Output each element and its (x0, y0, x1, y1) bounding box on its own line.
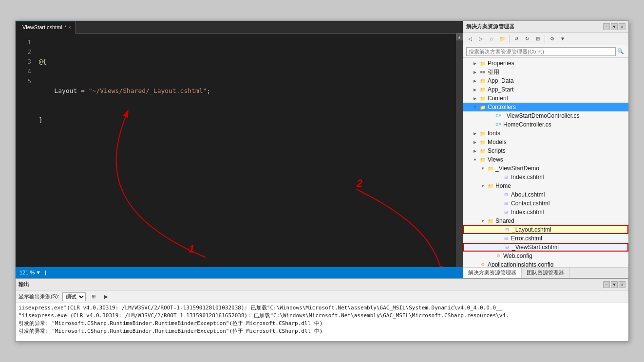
pin-btn[interactable]: − (603, 23, 610, 30)
tree-item-home-folder[interactable]: ▼ 📁 Home (463, 181, 628, 190)
search-box: 🔍 (463, 45, 628, 58)
panel-controls: − ▼ × (603, 23, 625, 30)
expand-fonts[interactable]: ▶ (471, 129, 479, 137)
float-btn[interactable]: ▼ (611, 23, 618, 30)
fonts-icon: 📁 (479, 129, 487, 137)
output-close-btn[interactable]: × (619, 281, 625, 288)
code-content[interactable]: @{ Layout = "~/Views/Shared/_Layout.csht… (35, 34, 456, 267)
expand-viewstartdemo[interactable]: ▼ (479, 164, 487, 172)
expand-home-folder[interactable]: ▼ (479, 182, 487, 190)
tree-item-home-ctrl[interactable]: C# HomeController.cs (463, 120, 628, 129)
output-pin-btn[interactable]: − (603, 281, 610, 288)
tree-item-views[interactable]: ▼ 📁 Views (463, 155, 628, 164)
shared-label: Shared (495, 217, 628, 224)
tree-item-controllers[interactable]: ▼ 📁 Controllers (463, 103, 628, 111)
models-icon: 📁 (479, 138, 487, 146)
tab-close-btn[interactable]: × (68, 25, 71, 30)
tree-item-properties[interactable]: ▶ 📁 Properties (463, 59, 628, 68)
tree-item-appinsights[interactable]: ⚙ ApplicationInsights.config (463, 260, 628, 267)
filter-btn[interactable]: ⊞ (533, 34, 543, 44)
tree-item-app-start[interactable]: ▶ 📁 App_Start (463, 85, 628, 94)
tree-item-error[interactable]: ⊞ Error.cshtml (463, 234, 628, 243)
error-label: Error.cshtml (511, 235, 628, 242)
close-panel-btn[interactable]: × (619, 23, 625, 30)
tree-item-references[interactable]: ▶ ■■ 引用 (463, 68, 628, 76)
tree-item-about[interactable]: ⊞ About.cshtml (463, 190, 628, 199)
zoom-value: 121 % (19, 270, 35, 275)
tree-item-index-home[interactable]: ⊞ Index.cshtml (463, 208, 628, 217)
output-title-bar: 输出 − ▼ × (16, 279, 628, 290)
app-data-label: App_Data (488, 77, 628, 84)
references-label: 引用 (488, 68, 628, 76)
tab-solution-explorer[interactable]: 解决方案资源管理器 (463, 268, 522, 278)
search-input[interactable] (466, 47, 616, 56)
tree-view[interactable]: ▶ 📁 Properties ▶ ■■ 引用 ▶ 📁 App_Data (463, 58, 628, 267)
appinsights-label: ApplicationInsights.config (488, 261, 628, 267)
scroll-up-btn[interactable]: ▲ (456, 34, 463, 40)
tree-item-models[interactable]: ▶ 📁 Models (463, 138, 628, 146)
settings-btn[interactable]: ⚙ (547, 34, 557, 44)
expand-content[interactable]: ▶ (471, 94, 479, 102)
controllers-icon: 📁 (479, 103, 487, 111)
output-content: iisexpress.exe"(CLR v4.0.30319: /LM/W3SV… (16, 303, 628, 341)
editor-scrollbar[interactable]: ▲ (456, 34, 463, 267)
solution-explorer-panel: 解决方案资源管理器 − ▼ × ◁ ▷ ⌂ 📁 ↺ ↻ ⊞ ⚙ ▼ (463, 21, 628, 278)
editor-tab[interactable]: _ViewStart.cshtml * × (16, 21, 76, 34)
about-label: About.cshtml (511, 191, 628, 198)
tree-item-scripts[interactable]: ▶ 📁 Scripts (463, 146, 628, 155)
expand-views[interactable]: ▼ (471, 156, 479, 163)
sync-btn[interactable]: ↻ (522, 34, 532, 44)
app-start-label: App_Start (488, 86, 628, 93)
web-config-views-icon: ⚙ (494, 252, 502, 260)
expand-index-home (494, 208, 502, 216)
expand-scripts[interactable]: ▶ (471, 147, 479, 155)
shared-icon: 📁 (487, 217, 494, 225)
sep2 (545, 35, 545, 43)
forward-btn[interactable]: ▷ (476, 34, 486, 44)
output-title: 输出 (19, 281, 29, 288)
line-num-3: 3 (16, 57, 31, 67)
output-float-btn[interactable]: ▼ (611, 281, 618, 288)
tree-item-content[interactable]: ▶ 📁 Content (463, 94, 628, 103)
output-toolbar-btn1[interactable]: ⊞ (89, 292, 98, 302)
output-toolbar-btn2[interactable]: ▶ (101, 292, 111, 302)
tab-bar: _ViewStart.cshtml * × (16, 21, 463, 34)
output-panel: 输出 − ▼ × 显示输出来源(S): 调试 ⊞ ▶ iisexpress.ex… (16, 278, 628, 341)
tree-item-shared[interactable]: ▼ 📁 Shared (463, 217, 628, 225)
expand-app-data[interactable]: ▶ (471, 77, 479, 85)
expand-references[interactable]: ▶ (471, 68, 479, 76)
tab-team-explorer[interactable]: 团队资源管理器 (522, 268, 569, 278)
back-btn[interactable]: ◁ (465, 34, 475, 44)
viewstart-file-icon: ⊞ (503, 243, 511, 251)
output-source-select[interactable]: 调试 (62, 292, 86, 301)
extra-btn[interactable]: ▼ (558, 34, 568, 44)
expand-models[interactable]: ▶ (471, 138, 479, 146)
tree-item-fonts[interactable]: ▶ 📁 fonts (463, 129, 628, 138)
expand-controllers[interactable]: ▼ (471, 103, 479, 111)
tree-item-contact[interactable]: ⊞ Contact.cshtml (463, 199, 628, 208)
tree-item-viewstartdemo[interactable]: ▼ 📁 _ViewStartDemo (463, 164, 628, 173)
tree-item-index-viewstartdemo[interactable]: ⊞ Index.cshtml (463, 173, 628, 181)
show-files-btn[interactable]: 📁 (497, 34, 507, 44)
tree-item-layout[interactable]: ⊞ _Layout.cshtml (463, 225, 628, 234)
zoom-dropdown-btn[interactable]: ▼ (36, 270, 41, 275)
views-icon: 📁 (479, 156, 487, 163)
line-num-5: 5 (16, 76, 31, 86)
expand-shared[interactable]: ▼ (479, 217, 487, 225)
expand-layout (495, 226, 503, 234)
refresh-btn[interactable]: ↺ (511, 34, 521, 44)
tab-modified: * (64, 24, 66, 30)
zoom-control[interactable]: 121 % ▼ (19, 270, 41, 275)
home-ctrl-label: HomeController.cs (503, 121, 628, 128)
output-line-1: iisexpress.exe"(CLR v4.0.30319: /LM/W3SV… (19, 304, 625, 312)
tree-item-viewstart-ctrl[interactable]: C# _ViewStartDemoController.cs (463, 111, 628, 120)
expand-properties[interactable]: ▶ (471, 59, 479, 67)
tab-team-label: 团队资源管理器 (527, 269, 564, 276)
tree-item-viewstart-file[interactable]: ⊞ _ViewStart.cshtml (463, 243, 628, 252)
search-btn[interactable]: 🔍 (616, 47, 625, 56)
properties-btn[interactable]: ⌂ (487, 34, 496, 44)
tree-item-web-config-views[interactable]: ⚙ Web.config (463, 252, 628, 260)
tree-item-app-data[interactable]: ▶ 📁 App_Data (463, 76, 628, 85)
expand-error (494, 235, 502, 242)
expand-app-start[interactable]: ▶ (471, 86, 479, 93)
